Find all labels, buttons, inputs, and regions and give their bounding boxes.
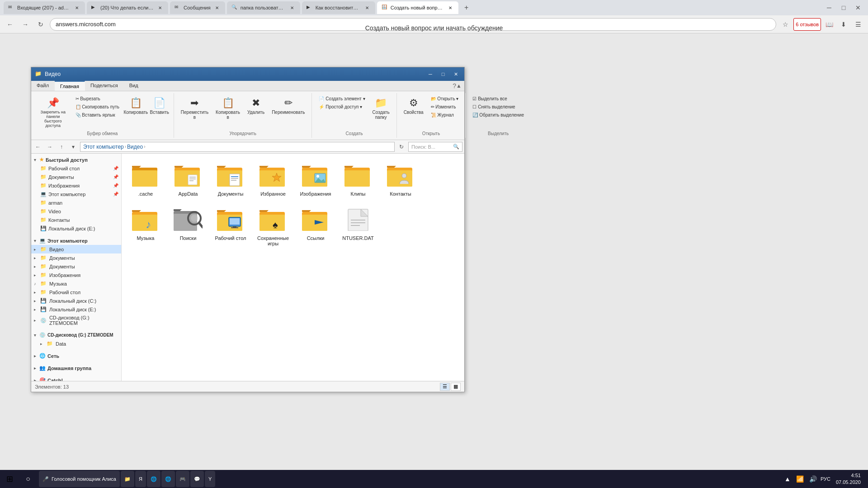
tab-close-4[interactable]: ✕ <box>288 4 296 11</box>
explorer-maximize-btn[interactable]: □ <box>438 70 448 79</box>
browser-back-btn[interactable]: ← <box>4 18 16 31</box>
rename-btn[interactable]: ✏ Переименовать <box>269 95 308 117</box>
browser-tab-5[interactable]: ▶ Как восстановить располо... ✕ <box>302 1 375 14</box>
sidebar-item-arman[interactable]: 📁 arman <box>31 198 121 207</box>
browser-forward-btn[interactable]: → <box>19 18 32 31</box>
explorer-close-btn[interactable]: ✕ <box>451 70 461 79</box>
taskbar-item-yabro[interactable]: Y <box>205 471 215 487</box>
deselect-btn[interactable]: ☐ Снять выделение <box>469 103 527 111</box>
file-item-searches[interactable]: Поиски <box>168 202 208 249</box>
ribbon-help-btn[interactable]: ? <box>453 82 456 89</box>
browser-tab-4[interactable]: 🔍 папка пользователя пре... ✕ <box>227 1 300 14</box>
history-btn[interactable]: 📜 Журнал <box>428 111 462 119</box>
delete-btn[interactable]: ✖ Удалить <box>244 95 268 117</box>
copy-btn[interactable]: 📋 Копировать <box>123 95 148 117</box>
new-item-btn[interactable]: 📄 Создать элемент ▾ <box>316 95 368 103</box>
sidebar-item-docs2[interactable]: ▸ 📁 Документы <box>31 262 121 271</box>
sidebar-header-catch[interactable]: ▸ 🎯 Catch! <box>31 376 121 381</box>
edit-btn[interactable]: ✏ Изменить <box>428 103 462 111</box>
new-tab-button[interactable]: + <box>460 1 473 14</box>
file-item-desktop-folder[interactable]: Рабочий стол <box>210 202 251 249</box>
sidebar-item-desktop-main[interactable]: ▸ 📁 Рабочий стол <box>31 288 121 296</box>
addr-back-btn[interactable]: ← <box>33 142 43 152</box>
properties-btn[interactable]: ⚙ Свойства <box>401 95 427 117</box>
addr-up-btn[interactable]: ↑ <box>57 142 66 152</box>
sidebar-header-network[interactable]: ▸ 🌐 Сеть <box>31 352 121 360</box>
sidebar-item-disk-e[interactable]: ▸ 💾 Локальный диск (E:) <box>31 305 121 314</box>
paste-shortcut-btn[interactable]: 📎 Вставить ярлык <box>72 111 123 119</box>
tab-close-6[interactable]: ✕ <box>447 4 454 11</box>
address-path[interactable]: Этот компьютер › Видео › <box>80 142 395 152</box>
sidebar-header-thiscomputer[interactable]: ▾ 💻 Этот компьютер <box>31 236 121 245</box>
browser-tab-1[interactable]: ✉ Входящие (207) - advintu... ✕ <box>4 1 85 14</box>
file-item-ntuser[interactable]: NTUSER.DAT <box>338 202 378 249</box>
sidebar-item-mycomputer[interactable]: 💻 Этот компьютер 📌 <box>31 190 121 198</box>
open-btn[interactable]: 📂 Открыть ▾ <box>428 95 462 103</box>
new-folder-btn[interactable]: 📁 Создатьпапку <box>369 95 393 122</box>
paste-btn[interactable]: 📄 Вставить <box>149 95 170 117</box>
file-item-contacts-folder[interactable]: Контакты <box>380 157 421 200</box>
browser-close-btn[interactable]: ✕ <box>852 1 864 14</box>
invert-selection-btn[interactable]: 🔄 Обратить выделение <box>469 111 527 119</box>
taskbar-item-alice[interactable]: 🎤 Голосовой помощник Алиса <box>39 471 120 487</box>
cut-btn[interactable]: ✂ Вырезать <box>72 95 123 103</box>
browser-tab-6[interactable]: 🪟 Создать новый вопрос ... ✕ <box>377 1 458 14</box>
ribbon-tab-view[interactable]: Вид <box>124 81 144 91</box>
sidebar-item-video[interactable]: 📁 Video <box>31 207 121 216</box>
browser-maximize-btn[interactable]: □ <box>837 1 850 14</box>
browser-reviews[interactable]: 6 отзывов <box>793 18 821 31</box>
select-all-btn[interactable]: ☑ Выделить все <box>469 95 527 103</box>
sidebar-item-images-main[interactable]: ▸ 📁 Изображения <box>31 271 121 279</box>
file-item-favorites[interactable]: Избранное <box>253 157 293 200</box>
taskbar-item-ie[interactable]: 🌐 <box>161 471 175 487</box>
ribbon-toggle-btn[interactable]: ▲ <box>456 83 462 89</box>
tab-close-2[interactable]: ✕ <box>156 4 164 11</box>
sidebar-item-images[interactable]: 📁 Изображения 📌 <box>31 181 121 190</box>
start-button[interactable]: ⊞ <box>0 470 19 488</box>
tray-volume-icon[interactable]: 🔊 <box>807 474 819 484</box>
list-view-btn[interactable]: ☰ <box>440 383 450 391</box>
sidebar-item-video-main[interactable]: ▸ 📁 Видео <box>31 245 121 253</box>
addr-refresh-btn[interactable]: ↻ <box>396 142 406 152</box>
tray-arrow-icon[interactable]: ▲ <box>783 474 793 484</box>
file-item-music[interactable]: ♪ Музыка <box>125 202 166 249</box>
tab-close-3[interactable]: ✕ <box>213 4 221 11</box>
ribbon-tab-home[interactable]: Главная <box>55 81 85 91</box>
path-current[interactable]: Видео <box>127 144 143 150</box>
file-item-clips[interactable]: Клипы <box>338 157 378 200</box>
move-btn[interactable]: ➡ Переместитьв <box>178 95 212 122</box>
sidebar-item-contacts[interactable]: 📁 Контакты <box>31 216 121 224</box>
tray-network-icon[interactable]: 📶 <box>794 474 806 484</box>
tab-close-1[interactable]: ✕ <box>73 4 80 11</box>
addr-forward-btn[interactable]: → <box>45 142 55 152</box>
taskbar-item-explorer-btn[interactable]: 📁 <box>121 471 134 487</box>
menu-btn[interactable]: ☰ <box>852 18 864 31</box>
file-item-links[interactable]: Ссылки <box>295 202 336 249</box>
browser-refresh-btn[interactable]: ↻ <box>34 18 47 31</box>
browser-minimize-btn[interactable]: ─ <box>823 1 835 14</box>
sidebar-item-desktop[interactable]: 📁 Рабочий стол 📌 <box>31 164 121 173</box>
taskbar-item-yandex[interactable]: Я <box>135 471 146 487</box>
sidebar-header-homegroup[interactable]: ▸ 👥 Домашняя группа <box>31 364 121 372</box>
sidebar-item-cd-g[interactable]: ▸ 💿 CD-дисковод (G:) ZTEMODEM <box>31 314 121 327</box>
file-item-images-folder[interactable]: Изображения <box>295 157 336 200</box>
reader-btn[interactable]: 📖 <box>823 18 835 31</box>
copy-path-btn[interactable]: 📋 Скопировать путь <box>72 103 123 111</box>
address-bar[interactable]: answers.microsoft.com <box>50 18 776 31</box>
search-box[interactable]: Поиск: В... 🔍 <box>408 142 462 152</box>
file-item-docs[interactable]: Документы <box>210 157 251 200</box>
taskbar-item-steam[interactable]: 🎮 <box>176 471 189 487</box>
pin-to-quickaccess-btn[interactable]: 📌 Закрепить на панелибыстрого доступа <box>35 95 71 130</box>
grid-view-btn[interactable]: ▦ <box>451 383 461 391</box>
taskbar-clock[interactable]: 4:51 07.05.2020 <box>832 472 864 486</box>
explorer-minimize-btn[interactable]: ─ <box>425 70 435 79</box>
browser-tab-2[interactable]: ▶ (20) Что делать если неп... ✕ <box>87 1 168 14</box>
sidebar-header-quickaccess[interactable]: ▾ ★ Быстрый доступ <box>31 155 121 164</box>
tab-close-5[interactable]: ✕ <box>363 4 371 11</box>
sidebar-item-docs1[interactable]: ▸ 📁 Документы <box>31 253 121 262</box>
ribbon-tab-share[interactable]: Поделиться <box>85 81 124 91</box>
ribbon-tab-file[interactable]: Файл <box>31 81 55 91</box>
sidebar-item-music-main[interactable]: ♪ 📁 Музыка <box>31 279 121 288</box>
file-item-cache[interactable]: .cache <box>125 157 166 200</box>
copy-to-btn[interactable]: 📋 Копироватьв <box>212 95 243 122</box>
